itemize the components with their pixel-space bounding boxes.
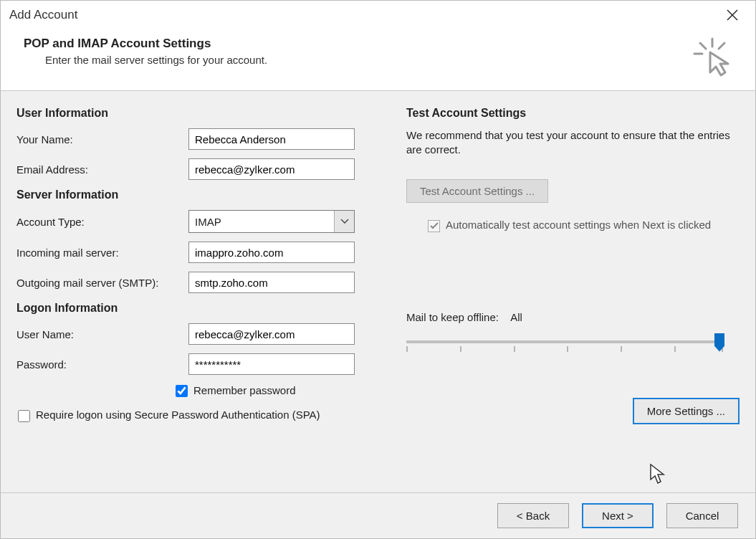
require-spa-label: Require logon using Secure Password Auth… (36, 409, 320, 421)
next-button[interactable]: Next > (582, 503, 654, 528)
test-recommend-text: We recommend that you test your account … (406, 128, 736, 158)
mail-offline-label: Mail to keep offline: (406, 311, 499, 323)
svg-line-3 (700, 43, 706, 49)
svg-line-4 (719, 43, 724, 49)
window-title: Add Account (9, 8, 77, 22)
chevron-down-icon[interactable] (334, 211, 354, 232)
cursor-star-icon (692, 37, 738, 79)
account-type-label: Account Type: (16, 216, 188, 228)
test-settings-title: Test Account Settings (406, 107, 740, 120)
server-info-title: Server Information (16, 189, 360, 201)
cancel-button[interactable]: Cancel (666, 503, 738, 528)
incoming-label: Incoming mail server: (16, 247, 188, 259)
back-button[interactable]: < Back (497, 503, 569, 528)
user-name-input[interactable] (188, 323, 355, 345)
account-type-select[interactable]: IMAP (188, 210, 355, 233)
user-name-label: User Name: (16, 328, 188, 340)
password-input[interactable] (188, 353, 355, 375)
page-subtitle: Enter the mail server settings for your … (45, 54, 267, 66)
close-icon[interactable] (718, 5, 747, 25)
remember-password-label: Remember password (193, 384, 296, 396)
outgoing-server-input[interactable] (188, 272, 355, 293)
require-spa-checkbox[interactable] (18, 410, 30, 422)
remember-password-checkbox[interactable] (176, 385, 188, 397)
email-label: Email Address: (16, 163, 188, 176)
more-settings-button[interactable]: More Settings ... (633, 398, 740, 424)
mail-offline-value: All (510, 311, 522, 323)
auto-test-label: Automatically test account settings when… (446, 219, 711, 231)
password-label: Password: (16, 358, 188, 371)
account-type-value: IMAP (195, 216, 221, 228)
mail-offline-slider[interactable] (406, 335, 722, 363)
incoming-server-input[interactable] (188, 242, 355, 263)
logon-info-title: Logon Information (16, 302, 360, 315)
your-name-label: Your Name: (16, 133, 188, 146)
user-info-title: User Information (16, 107, 360, 120)
test-account-settings-button[interactable]: Test Account Settings ... (406, 179, 548, 203)
outgoing-label: Outgoing mail server (SMTP): (16, 277, 188, 289)
your-name-input[interactable] (188, 128, 355, 150)
page-heading: POP and IMAP Account Settings (24, 37, 267, 51)
auto-test-checkbox[interactable] (428, 220, 440, 232)
email-input[interactable] (188, 158, 355, 180)
